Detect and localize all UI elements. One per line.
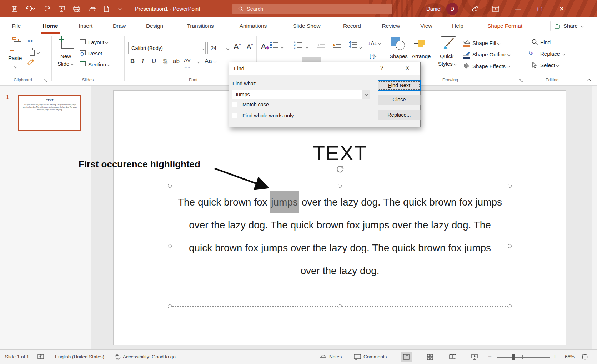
- resize-handle[interactable]: [508, 304, 512, 308]
- quick-styles-button[interactable]: Quick: [440, 53, 453, 59]
- paste-dropdown[interactable]: [15, 64, 17, 70]
- paste-button[interactable]: Paste: [8, 55, 22, 61]
- numbering-dropdown[interactable]: [306, 44, 308, 50]
- find-button[interactable]: Find: [540, 39, 551, 45]
- tab-file[interactable]: File: [12, 17, 21, 34]
- zoom-in-button[interactable]: +: [553, 350, 557, 364]
- rotate-handle-icon[interactable]: [335, 164, 345, 176]
- line-spacing-icon[interactable]: [349, 41, 357, 50]
- tab-animations[interactable]: Animations: [240, 17, 267, 34]
- slide-show-button[interactable]: [469, 352, 480, 362]
- dialog-help-button[interactable]: ?: [380, 65, 383, 71]
- resize-handle[interactable]: [508, 184, 512, 188]
- replace-button[interactable]: Replace: [540, 51, 565, 57]
- accessibility-icon[interactable]: [114, 353, 121, 362]
- save-icon[interactable]: [11, 5, 18, 12]
- drawing-dialog-launcher-icon[interactable]: [519, 78, 523, 84]
- strikethrough-button[interactable]: ab: [173, 58, 180, 65]
- font-size-select[interactable]: 24: [207, 42, 230, 54]
- tab-slide-show[interactable]: Slide Show: [293, 17, 321, 34]
- qat-overflow-icon[interactable]: [117, 7, 125, 14]
- maximize-button[interactable]: ▢: [532, 0, 548, 17]
- zoom-out-button[interactable]: −: [488, 350, 492, 364]
- slide-counter[interactable]: Slide 1 of 1: [5, 350, 29, 364]
- underline-button[interactable]: U: [152, 58, 156, 65]
- find-dialog[interactable]: Find ? ✕ Find what: Jumps Match case Fin…: [229, 62, 421, 127]
- zoom-slider-handle[interactable]: [512, 354, 515, 360]
- clear-formatting-button[interactable]: A◆: [261, 42, 269, 51]
- change-case-button[interactable]: Aa: [205, 58, 216, 65]
- new-file-icon[interactable]: [103, 5, 110, 12]
- bullets-icon[interactable]: [270, 41, 279, 50]
- comments-button[interactable]: Comments: [363, 350, 387, 364]
- tab-insert[interactable]: Insert: [79, 17, 93, 34]
- align-text-icon[interactable]: [↕]: [370, 53, 377, 59]
- arrange-button[interactable]: Arrange: [412, 53, 431, 59]
- align-center-button-active[interactable]: [302, 57, 321, 62]
- reading-view-button[interactable]: [447, 352, 458, 362]
- tab-record[interactable]: Record: [343, 17, 361, 34]
- reset-button[interactable]: Reset: [88, 50, 102, 56]
- line-spacing-dropdown[interactable]: [360, 44, 362, 50]
- slide-thumbnail[interactable]: TEXT The quick brown fox jumps over the …: [18, 95, 81, 131]
- vertical-scrollbar[interactable]: [592, 86, 597, 349]
- shapes-button[interactable]: Shapes: [390, 53, 408, 59]
- whole-words-checkbox[interactable]: [232, 113, 237, 118]
- share-button[interactable]: Share: [550, 21, 587, 31]
- ribbon-display-options-icon[interactable]: [492, 5, 499, 12]
- new-slide-button[interactable]: New: [60, 53, 71, 59]
- tab-help[interactable]: Help: [452, 17, 463, 34]
- increase-indent-icon[interactable]: [333, 41, 341, 50]
- section-button[interactable]: Section: [88, 61, 110, 67]
- shape-outline-button[interactable]: Shape Outline: [472, 51, 510, 57]
- dialog-close-icon[interactable]: ✕: [405, 65, 410, 71]
- decrease-indent-icon[interactable]: [317, 41, 325, 50]
- format-painter-icon[interactable]: [27, 59, 35, 67]
- find-what-dropdown[interactable]: [362, 90, 370, 99]
- select-button[interactable]: Select: [540, 62, 559, 68]
- start-presentation-icon[interactable]: [58, 5, 65, 12]
- zoom-slider-track[interactable]: [497, 357, 550, 358]
- print-preview-icon[interactable]: [73, 5, 80, 12]
- tab-review[interactable]: Review: [382, 17, 400, 34]
- shape-fill-button[interactable]: Shape Fill: [472, 40, 500, 46]
- tab-home[interactable]: Home: [42, 17, 58, 34]
- text-direction-icon[interactable]: ↓A↓: [368, 40, 381, 46]
- zoom-level[interactable]: 66%: [565, 350, 575, 364]
- tab-transitions[interactable]: Transitions: [187, 17, 214, 34]
- copy-icon[interactable]: [28, 48, 33, 54]
- clipboard-dialog-launcher-icon[interactable]: [44, 78, 47, 84]
- decrease-font-size-button[interactable]: A˅: [247, 43, 253, 51]
- collapse-ribbon-icon[interactable]: [587, 76, 590, 82]
- quick-styles-button-line2[interactable]: Styles: [438, 61, 456, 67]
- resize-handle[interactable]: [168, 184, 172, 188]
- find-what-input[interactable]: Jumps: [232, 90, 370, 99]
- shape-effects-button[interactable]: Shape Effects: [472, 63, 509, 69]
- notes-button[interactable]: Notes: [329, 350, 342, 364]
- tab-shape-format[interactable]: Shape Format: [487, 17, 522, 34]
- resize-handle[interactable]: [168, 304, 172, 308]
- bullets-dropdown[interactable]: [281, 44, 283, 50]
- tab-design[interactable]: Design: [146, 17, 163, 34]
- match-case-checkbox[interactable]: [232, 102, 237, 107]
- close-button-dialog[interactable]: Close: [378, 95, 421, 105]
- close-button[interactable]: ✕: [553, 0, 570, 17]
- spell-check-icon[interactable]: [37, 354, 44, 361]
- redo-icon[interactable]: [44, 5, 51, 12]
- normal-view-button[interactable]: [401, 352, 412, 362]
- increase-font-size-button[interactable]: A˄: [234, 42, 241, 51]
- numbering-icon[interactable]: 123: [294, 41, 295, 49]
- new-slide-button-line2[interactable]: Slide: [57, 61, 73, 67]
- tab-draw[interactable]: Draw: [113, 17, 126, 34]
- italic-button[interactable]: I: [142, 58, 144, 65]
- search-box[interactable]: Search: [232, 4, 392, 14]
- slide-editing-area[interactable]: TEXT The quick brown fox jumps over the …: [113, 90, 566, 345]
- resize-handle[interactable]: [168, 244, 172, 248]
- resize-handle[interactable]: [338, 184, 342, 188]
- text-shadow-button[interactable]: S: [163, 58, 167, 65]
- minimize-button[interactable]: —: [510, 0, 526, 17]
- resize-handle[interactable]: [508, 244, 512, 248]
- accessibility-status[interactable]: Accessibility: Good to go: [123, 350, 176, 364]
- character-spacing-dropdown[interactable]: [197, 59, 200, 65]
- copy-dropdown[interactable]: [37, 49, 39, 55]
